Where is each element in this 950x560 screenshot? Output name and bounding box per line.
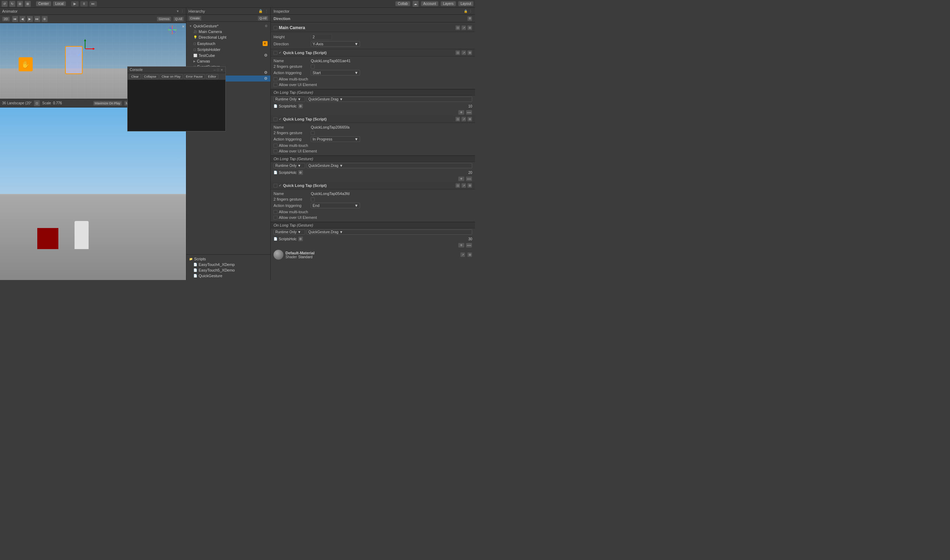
s1-icon3[interactable]: ⚙ — [467, 50, 472, 55]
s2-runtime-value-dropdown[interactable]: QuickGesture.Drag ▼ — [307, 163, 472, 168]
cloud-icon[interactable]: ☁ — [412, 1, 419, 7]
script1-checkbox[interactable] — [273, 51, 278, 55]
cam-icon1[interactable]: ⊡ — [455, 25, 460, 30]
console-expand-icon[interactable]: □ — [217, 68, 219, 72]
hierarchy-lock-icon[interactable]: 🔒 — [258, 9, 263, 13]
anim-icon3[interactable]: ▶ — [27, 16, 33, 22]
s3-icon2[interactable]: ↗ — [461, 183, 466, 188]
animator-dots-icon[interactable]: ⋮ — [181, 9, 184, 13]
account-dropdown[interactable]: Account — [421, 1, 438, 6]
editor-button[interactable]: Editor — [206, 74, 219, 79]
script2-checkbox[interactable] — [273, 117, 278, 121]
hier-settings-icon[interactable]: ⚙ — [265, 24, 268, 28]
cam-icon3[interactable]: ⚙ — [467, 25, 472, 30]
hier-easytouch5[interactable]: 📄 EasyTouch5_XDemo — [187, 267, 270, 273]
s1-obj-settings-icon[interactable]: ⚙ — [298, 104, 303, 109]
s3-fingers-checkbox[interactable] — [311, 197, 315, 201]
s3-icon3[interactable]: ⚙ — [467, 183, 472, 188]
s2-icon3[interactable]: ⚙ — [467, 117, 472, 122]
hier-item-testcube[interactable]: ⬜ TestCube ⚙ — [187, 52, 270, 58]
s1-icon2[interactable]: ↗ — [461, 50, 466, 55]
error-pause-button[interactable]: Error Pause — [184, 74, 205, 79]
animator-close-icon[interactable]: ▼ — [176, 9, 179, 13]
s1-fingers-checkbox[interactable] — [311, 65, 315, 69]
s2-add-button[interactable]: + — [458, 176, 464, 181]
s3-action-dropdown[interactable]: End ▼ — [311, 203, 360, 208]
dir-icon1[interactable]: ⚙ — [467, 16, 472, 21]
console-min-icon[interactable]: ─ — [213, 68, 216, 72]
anim-icon1[interactable]: ⏮ — [12, 16, 18, 22]
search-button[interactable]: Q-All — [258, 16, 268, 21]
inspector-lock-icon[interactable]: 🔒 — [464, 9, 467, 13]
inspector-menu-icon[interactable]: ⋮ — [469, 9, 472, 13]
q-all-button[interactable]: Q-All — [173, 17, 184, 22]
hierarchy-menu-icon[interactable]: ⋮ — [265, 9, 268, 13]
hier-item-scripts[interactable]: ◻ ScriptsHolder — [187, 47, 270, 52]
camera-enable-checkbox[interactable] — [273, 26, 278, 30]
s2-runtime-dropdown[interactable]: Runtime Only ▼ — [273, 163, 305, 168]
direction-dropdown[interactable]: Y-Axis ▼ — [311, 41, 360, 47]
gizmos-button[interactable]: Gizmos — [157, 17, 171, 22]
hier-quickgesture[interactable]: 📄 QuickGesture — [187, 273, 270, 278]
anim-icon2[interactable]: ◀ — [19, 16, 26, 22]
anim-icon4[interactable]: ⏭ — [34, 16, 40, 22]
hier-scripts-folder[interactable]: 📁 Scripts — [187, 256, 270, 262]
material-icon2[interactable]: ⚙ — [467, 252, 472, 257]
center-button[interactable]: Center — [36, 1, 51, 6]
s2-obj-settings-icon[interactable]: ⚙ — [298, 170, 303, 175]
step-button[interactable]: ⏭ — [89, 1, 97, 7]
s1-remove-button[interactable]: — — [466, 110, 472, 115]
viewport-close-icon[interactable]: ✕ — [182, 25, 185, 28]
undo-icon[interactable]: ↺ — [2, 1, 8, 7]
grid-icon[interactable]: ⊞ — [17, 1, 23, 7]
material-icon1[interactable]: ↗ — [460, 252, 465, 257]
script3-checkbox[interactable] — [273, 184, 278, 188]
layout-dropdown[interactable]: Layout — [458, 1, 473, 6]
maximize-on-play-button[interactable]: Maximize On Play — [93, 101, 122, 106]
clear-button[interactable]: Clear — [129, 74, 141, 79]
anim-icon5[interactable]: ⊕ — [42, 16, 48, 22]
hier-item-light[interactable]: 💡 Directional Light — [187, 34, 270, 40]
s2-multitouch-checkbox[interactable] — [273, 144, 278, 148]
s3-multitouch-checkbox[interactable] — [273, 210, 278, 214]
hier-item-canvas[interactable]: ▶ Canvas — [187, 58, 270, 64]
s2-remove-button[interactable]: — — [466, 176, 472, 181]
redo-icon[interactable]: ↻ — [9, 1, 15, 7]
collab-dropdown[interactable]: Collab — [395, 1, 410, 6]
s3-icon1[interactable]: ⊡ — [455, 183, 460, 188]
s1-add-button[interactable]: + — [458, 110, 464, 115]
s1-runtime-dropdown[interactable]: Runtime Only ▼ — [273, 97, 305, 102]
s3-ui-checkbox[interactable] — [273, 216, 278, 220]
hier-item-camera[interactable]: 🎥 Main Camera — [187, 29, 270, 34]
s2-ui-checkbox[interactable] — [273, 149, 278, 153]
local-button[interactable]: Local — [53, 1, 66, 6]
s2-fingers-checkbox[interactable] — [311, 131, 315, 135]
s3-runtime-dropdown[interactable]: Runtime Only ▼ — [273, 229, 305, 235]
s3-runtime-value-dropdown[interactable]: QuickGesture.Drag ▼ — [307, 229, 472, 235]
hier-item-easytouch[interactable]: ◻ Easytouch E — [187, 40, 270, 47]
s2-icon2[interactable]: ↗ — [461, 117, 466, 122]
s1-multitouch-checkbox[interactable] — [273, 77, 278, 81]
clear-on-play-button[interactable]: Clear on Play — [160, 74, 183, 79]
console-close-icon[interactable]: ✕ — [221, 68, 223, 72]
collapse-button[interactable]: Collapse — [142, 74, 159, 79]
pause-button[interactable]: ⏸ — [80, 1, 88, 7]
s1-icon1[interactable]: ⊡ — [455, 50, 460, 55]
magnet-icon[interactable]: ⊠ — [25, 1, 31, 7]
s1-action-dropdown[interactable]: Start ▼ — [311, 70, 360, 75]
s3-obj-settings-icon[interactable]: ⚙ — [298, 237, 303, 242]
s2-icon1[interactable]: ⊡ — [455, 117, 460, 122]
cam-icon2[interactable]: ↗ — [461, 25, 466, 30]
hier-item-root[interactable]: ▼ QuickGesture* ⚙ — [187, 23, 270, 29]
layers-dropdown[interactable]: Layers — [441, 1, 456, 6]
s1-ui-checkbox[interactable] — [273, 83, 278, 87]
hier-easytouch4[interactable]: 📄 EasyTouch4_XDemp — [187, 262, 270, 267]
s3-remove-button[interactable]: — — [466, 243, 472, 248]
s3-add-button[interactable]: + — [458, 243, 464, 248]
s1-runtime-value-dropdown[interactable]: QuickGesture.Drag ▼ — [307, 97, 472, 102]
create-button[interactable]: Create — [188, 16, 202, 21]
height-input[interactable] — [311, 34, 332, 40]
2d-button[interactable]: 2D — [2, 17, 10, 22]
s2-action-dropdown[interactable]: In Progress ▼ — [311, 136, 360, 142]
aspect-icon[interactable]: ⊡ — [34, 100, 40, 106]
